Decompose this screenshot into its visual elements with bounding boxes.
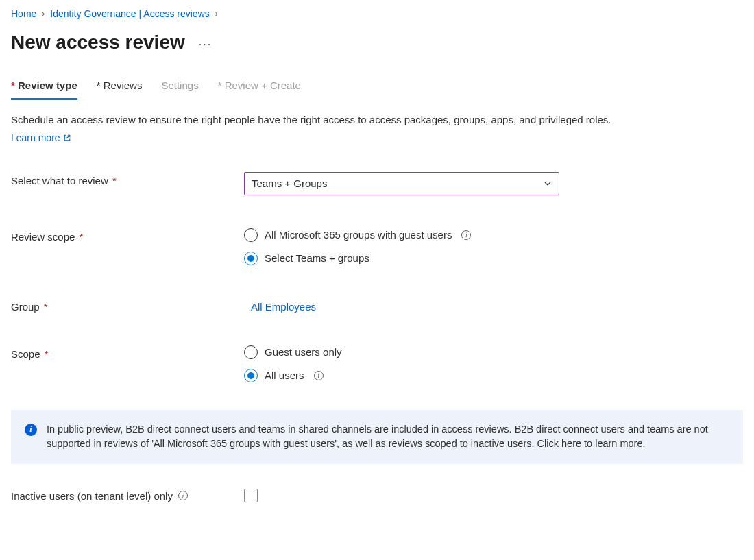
radio-all-m365-guests[interactable]: All Microsoft 365 groups with guest user… — [244, 228, 743, 242]
breadcrumb-home[interactable]: Home — [11, 8, 36, 19]
row-select-what: Select what to review * Teams + Groups — [11, 172, 743, 195]
info-icon[interactable]: i — [178, 491, 188, 500]
radio-label: Guest users only — [265, 346, 342, 358]
chevron-right-icon: › — [42, 9, 45, 19]
label-scope: Scope * — [11, 345, 244, 360]
chevron-down-icon — [544, 180, 552, 188]
radio-label: All users — [265, 369, 304, 381]
breadcrumb: Home › Identity Governance | Access revi… — [11, 8, 743, 19]
inactive-users-checkbox[interactable] — [244, 489, 258, 502]
tab-label: Reviews — [104, 80, 143, 91]
info-icon: i — [25, 424, 37, 436]
tab-review-type[interactable]: Review type — [11, 80, 77, 100]
row-scope: Scope * Guest users only All users i — [11, 345, 743, 382]
row-inactive-users: Inactive users (on tenant level) only i — [11, 489, 743, 502]
external-link-icon — [63, 134, 71, 142]
required-star: * — [41, 301, 48, 313]
label-inactive-users: Inactive users (on tenant level) only i — [11, 490, 244, 502]
chevron-right-icon: › — [215, 9, 218, 19]
learn-more-label: Learn more — [11, 132, 60, 143]
radio-icon — [244, 345, 258, 359]
tab-settings: Settings — [161, 80, 198, 100]
required-star: * — [76, 231, 83, 243]
group-value-link[interactable]: All Employees — [244, 298, 316, 313]
intro-text: Schedule an access review to ensure the … — [11, 112, 724, 128]
info-icon[interactable]: i — [314, 371, 324, 380]
info-banner-text: In public preview, B2B direct connect us… — [47, 422, 729, 452]
info-icon[interactable]: i — [461, 230, 471, 240]
radio-select-teams-groups[interactable]: Select Teams + groups — [244, 252, 743, 265]
tab-label: Review + Create — [225, 80, 301, 91]
radio-icon — [244, 252, 258, 265]
more-actions-button[interactable]: ··· — [199, 34, 212, 51]
required-star: * — [110, 175, 117, 186]
select-what-to-review[interactable]: Teams + Groups — [244, 172, 559, 195]
tab-reviews[interactable]: Reviews — [97, 80, 143, 100]
label-select-what: Select what to review * — [11, 172, 244, 186]
wizard-tabs: Review type Reviews Settings Review + Cr… — [11, 80, 743, 100]
radio-label: Select Teams + groups — [265, 252, 369, 264]
page-title-row: New access review ··· — [11, 32, 743, 53]
radio-icon — [244, 369, 258, 382]
tab-label: Settings — [161, 80, 198, 91]
row-review-scope: Review scope * All Microsoft 365 groups … — [11, 228, 743, 265]
required-star: * — [42, 348, 49, 360]
tab-label: Review type — [18, 80, 77, 91]
scope-radio-group: Guest users only All users i — [244, 345, 743, 382]
info-banner[interactable]: i In public preview, B2B direct connect … — [11, 410, 743, 465]
radio-label: All Microsoft 365 groups with guest user… — [265, 229, 452, 241]
radio-guest-users-only[interactable]: Guest users only — [244, 345, 743, 359]
select-value: Teams + Groups — [252, 178, 327, 189]
label-group: Group * — [11, 298, 244, 313]
label-review-scope: Review scope * — [11, 228, 244, 243]
breadcrumb-governance[interactable]: Identity Governance | Access reviews — [50, 8, 209, 19]
row-group: Group * All Employees — [11, 298, 743, 313]
review-scope-radio-group: All Microsoft 365 groups with guest user… — [244, 228, 743, 265]
page-title: New access review — [11, 32, 185, 53]
learn-more-link[interactable]: Learn more — [11, 132, 71, 143]
radio-icon — [244, 228, 258, 242]
radio-all-users[interactable]: All users i — [244, 369, 743, 382]
tab-review-create: Review + Create — [218, 80, 301, 100]
